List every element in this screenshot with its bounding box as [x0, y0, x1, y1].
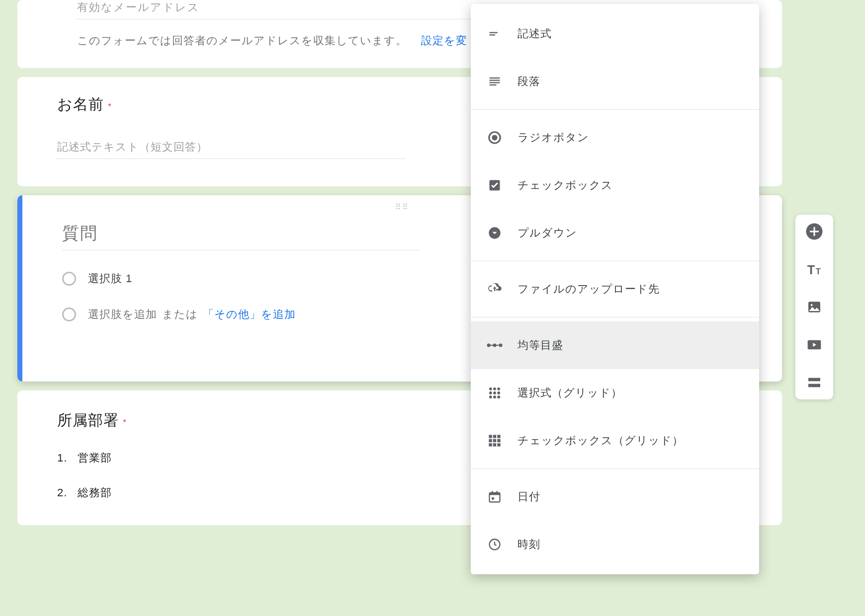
list-number: 2. [57, 486, 67, 499]
svg-rect-30 [493, 443, 496, 446]
menu-item-label: 均等目盛 [518, 338, 563, 353]
menu-separator [471, 468, 759, 469]
menu-item-label: ラジオボタン [518, 130, 589, 145]
menu-item-file-upload[interactable]: ファイルのアップロード先 [471, 265, 759, 313]
menu-item-time[interactable]: 時刻 [471, 521, 759, 568]
menu-separator [471, 109, 759, 110]
menu-item-radio-grid[interactable]: 選択式（グリッド） [471, 369, 759, 417]
svg-rect-23 [489, 435, 492, 438]
menu-item-paragraph[interactable]: 段落 [471, 58, 759, 105]
svg-point-22 [497, 395, 500, 398]
svg-rect-0 [490, 32, 498, 33]
svg-point-16 [497, 387, 500, 390]
question-title: 所属部署 [57, 412, 119, 428]
svg-rect-46 [808, 378, 820, 382]
question-title-input[interactable] [62, 216, 420, 250]
svg-rect-33 [490, 493, 500, 495]
svg-rect-34 [492, 491, 493, 494]
menu-item-label: 選択式（グリッド） [518, 385, 622, 400]
svg-rect-3 [490, 80, 500, 81]
svg-rect-2 [490, 77, 500, 78]
required-indicator: * [108, 102, 111, 111]
svg-point-18 [493, 391, 496, 394]
menu-item-label: 段落 [518, 74, 540, 89]
menu-separator [471, 317, 759, 317]
radio-icon [62, 272, 76, 286]
svg-rect-5 [490, 84, 497, 85]
paragraph-icon [486, 73, 504, 90]
add-title-button[interactable]: TT [804, 259, 824, 279]
list-number: 1. [57, 452, 67, 464]
svg-rect-31 [497, 443, 500, 446]
svg-point-14 [489, 387, 492, 390]
question-title: お名前 [57, 96, 104, 112]
menu-item-date[interactable]: 日付 [471, 473, 759, 521]
svg-point-20 [489, 395, 492, 398]
svg-point-21 [493, 395, 496, 398]
svg-rect-40 [810, 231, 819, 232]
collection-text: このフォームでは回答者のメールアドレスを収集しています。 [77, 34, 407, 47]
short-answer-placeholder: 記述式テキスト（短文回答） [57, 140, 405, 159]
list-item-label: 総務部 [78, 486, 112, 499]
or-text: または [162, 307, 198, 322]
svg-point-19 [497, 391, 500, 394]
menu-item-label: 日付 [518, 489, 540, 504]
svg-rect-1 [490, 34, 496, 35]
dropdown-icon [486, 224, 504, 242]
floating-toolbar: TT [795, 215, 833, 399]
required-indicator: * [123, 418, 126, 427]
svg-rect-29 [489, 443, 492, 446]
svg-rect-26 [489, 439, 492, 442]
menu-item-checkbox[interactable]: チェックボックス [471, 161, 759, 209]
linear-scale-icon [486, 336, 504, 354]
menu-item-label: 時刻 [518, 537, 540, 552]
settings-change-link[interactable]: 設定を変 [421, 34, 467, 47]
add-question-button[interactable] [804, 222, 824, 241]
svg-rect-28 [497, 439, 500, 442]
menu-item-checkbox-grid[interactable]: チェックボックス（グリッド） [471, 417, 759, 464]
checkbox-icon [486, 176, 504, 194]
menu-item-linear-scale[interactable]: 均等目盛 [471, 321, 759, 369]
menu-item-label: プルダウン [518, 226, 577, 240]
svg-text:T: T [807, 263, 815, 277]
svg-rect-36 [492, 497, 494, 500]
svg-point-15 [493, 387, 496, 390]
svg-rect-47 [808, 384, 820, 387]
menu-item-short-answer[interactable]: 記述式 [471, 10, 759, 58]
radio-icon [62, 308, 76, 321]
option-1-label[interactable]: 選択肢 1 [88, 271, 132, 286]
svg-rect-24 [493, 435, 496, 438]
calendar-icon [486, 488, 504, 506]
list-item-label: 営業部 [78, 452, 112, 464]
add-other-link[interactable]: 「その他」を追加 [203, 307, 296, 322]
menu-item-label: 記述式 [518, 26, 552, 41]
add-video-button[interactable] [804, 335, 824, 355]
svg-rect-25 [497, 435, 500, 438]
menu-item-label: ファイルのアップロード先 [518, 282, 660, 297]
add-image-button[interactable] [804, 297, 824, 317]
svg-point-44 [811, 304, 813, 306]
radio-button-icon [486, 129, 504, 147]
cloud-upload-icon [486, 280, 504, 298]
radio-grid-icon [486, 384, 504, 402]
menu-item-label: チェックボックス（グリッド） [518, 433, 684, 448]
menu-item-dropdown[interactable]: プルダウン [471, 209, 759, 257]
question-type-dropdown[interactable]: 記述式 段落 ラジオボタン チェックボックス プルダウン ファイルのアップロード… [471, 4, 759, 574]
add-option-link[interactable]: 選択肢を追加 [88, 307, 157, 322]
menu-item-label: チェックボックス [518, 178, 613, 193]
short-text-icon [486, 25, 504, 43]
checkbox-grid-icon [486, 432, 504, 450]
svg-text:T: T [816, 267, 821, 276]
clock-icon [486, 536, 504, 553]
svg-rect-13 [489, 345, 501, 346]
svg-point-17 [489, 391, 492, 394]
svg-rect-35 [497, 491, 498, 494]
svg-rect-4 [490, 82, 500, 83]
menu-item-radio[interactable]: ラジオボタン [471, 114, 759, 161]
add-section-button[interactable] [804, 373, 824, 392]
svg-point-7 [492, 135, 497, 140]
svg-rect-27 [493, 439, 496, 442]
menu-separator [471, 261, 759, 261]
